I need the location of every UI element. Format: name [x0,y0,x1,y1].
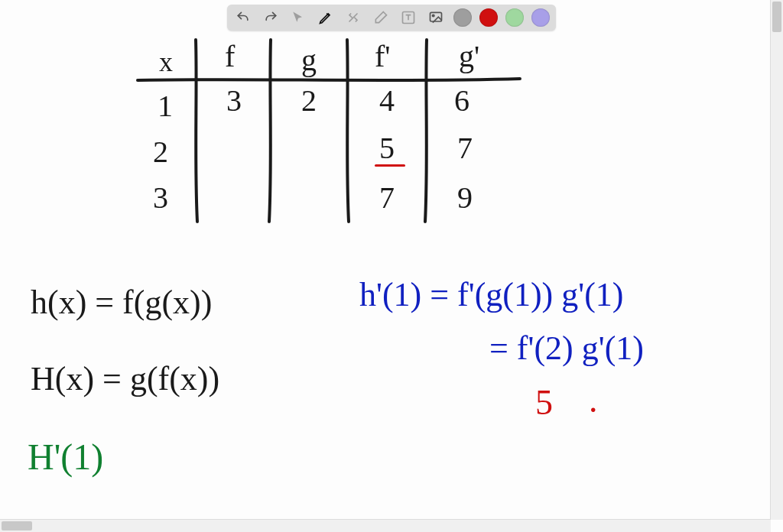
result-5: 5 [535,382,553,423]
table-cell-f-1: 3 [226,83,242,118]
tools-button[interactable] [343,8,363,28]
pen-icon [318,10,333,25]
tools-icon [346,10,361,25]
horizontal-scrollbar[interactable] [0,519,771,532]
pointer-icon [291,10,306,25]
equation-h-def: h(x) = f(g(x)) [31,283,212,322]
vertical-scrollbar[interactable] [770,0,783,520]
undo-button[interactable] [233,8,253,28]
table-cell-gp-2: 7 [457,130,473,166]
table-cell-x-2: 2 [153,134,168,170]
table-cell-gp-3: 9 [457,180,473,216]
svg-point-2 [432,15,434,17]
table-cell-x-3: 3 [153,180,168,216]
color-swatch-purple[interactable] [531,8,550,27]
redo-icon [263,10,278,25]
pointer-tool[interactable] [288,8,308,28]
image-tool[interactable] [426,8,446,28]
table-cell-fp-2: 5 [379,130,395,166]
equation-hprime-line1: h'(1) = f'(g(1)) g'(1) [359,275,623,314]
table-header-g: g [301,42,317,78]
whiteboard-canvas[interactable]: x f g f' g' 1 3 2 4 6 2 5 7 3 7 9 h(x) =… [0,0,771,520]
toolbar [227,5,556,31]
color-swatch-green[interactable] [505,8,524,27]
table-cell-fp-3: 7 [379,180,395,216]
vertical-scrollbar-thumb[interactable] [772,2,781,32]
text-tool[interactable] [398,8,418,28]
table-cell-g-1: 2 [301,83,317,118]
table-cell-fp-1: 4 [379,83,395,118]
result-dot: · [589,390,598,430]
redo-button[interactable] [261,8,281,28]
table-header-gp: g' [459,38,479,74]
equation-H-def: H(x) = g(f(x)) [31,359,219,398]
table-cell-gp-1: 6 [454,83,469,118]
underline-fp-2 [375,164,405,167]
equation-hprime-line2: = f'(2) g'(1) [489,329,644,368]
table-cell-x-1: 1 [158,88,173,124]
eraser-tool[interactable] [371,8,391,28]
eraser-icon [373,10,388,25]
pen-tool[interactable] [316,8,336,28]
table-header-x: x [159,46,173,78]
hand-drawn-lines [0,0,771,520]
undo-icon [236,10,251,25]
color-swatch-red[interactable] [479,8,498,27]
table-header-f: f [225,38,235,74]
horizontal-scrollbar-thumb[interactable] [2,521,32,530]
text-icon [401,10,416,25]
color-swatch-gray[interactable] [453,8,472,27]
equation-Hprime1: H'(1) [28,436,103,478]
table-header-fp: f' [375,38,391,74]
image-icon [428,10,443,25]
